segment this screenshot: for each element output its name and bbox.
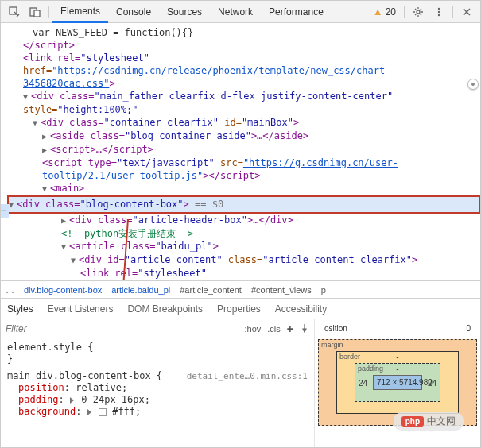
warning-count: 20 bbox=[386, 6, 396, 17]
subtab-dom-breakpoints[interactable]: DOM Breakpoints bbox=[127, 303, 203, 315]
svg-point-6 bbox=[438, 14, 440, 15]
hov-button[interactable]: :hov bbox=[245, 324, 262, 334]
position-label: osition bbox=[324, 324, 347, 333]
watermark-badge: php bbox=[401, 416, 424, 427]
rule-selector[interactable]: main div.blog-content-box { bbox=[7, 370, 162, 381]
inspect-icon[interactable] bbox=[5, 2, 24, 21]
separator bbox=[452, 6, 453, 18]
cls-button[interactable]: .cls bbox=[267, 324, 281, 334]
crumb-item[interactable]: div.blog-content-box bbox=[24, 285, 102, 295]
chevron-down-icon[interactable]: ▼ bbox=[33, 117, 41, 129]
css-property[interactable]: background bbox=[18, 406, 76, 417]
border-label: border bbox=[339, 353, 360, 361]
chevron-down-icon[interactable]: ▼ bbox=[71, 254, 79, 267]
color-swatch[interactable] bbox=[99, 408, 107, 416]
watermark: php 中文网 bbox=[394, 412, 464, 431]
dom-line[interactable]: var NEWS_FEED = function(){} bbox=[7, 26, 480, 39]
margin-label: margin bbox=[321, 341, 343, 349]
close-icon[interactable] bbox=[457, 2, 476, 21]
crumb-item[interactable]: … bbox=[6, 285, 14, 295]
dom-line[interactable]: </script> bbox=[7, 39, 480, 52]
more-icon[interactable] bbox=[429, 2, 448, 21]
sub-tabs: Styles Event Listeners DOM Breakpoints P… bbox=[1, 299, 480, 319]
rule-selector[interactable]: element.style { bbox=[7, 342, 308, 353]
crumb-item[interactable]: #content_views bbox=[251, 285, 312, 295]
crumb-item[interactable]: p bbox=[321, 285, 326, 295]
subtab-styles[interactable]: Styles bbox=[7, 303, 33, 315]
svg-point-3 bbox=[417, 10, 420, 14]
add-rule-button[interactable]: + bbox=[287, 322, 293, 335]
warning-icon: ▲ bbox=[373, 6, 383, 17]
chevron-right-icon[interactable]: ▶ bbox=[61, 214, 69, 227]
tab-performance[interactable]: Performance bbox=[261, 2, 332, 22]
css-property[interactable]: position bbox=[18, 382, 64, 393]
dom-line[interactable]: ▼<article class="baidu_pl"> bbox=[7, 240, 480, 253]
dom-line[interactable]: ▼<main> bbox=[7, 182, 480, 195]
chevron-right-icon[interactable]: ▶ bbox=[42, 144, 50, 156]
gutter-dots: ⋯ bbox=[1, 204, 6, 217]
position-value: 0 bbox=[466, 324, 471, 333]
dom-line[interactable]: <!--python安装手册结束--> bbox=[7, 227, 480, 240]
expand-icon[interactable] bbox=[87, 409, 91, 415]
padding-label: padding bbox=[358, 365, 383, 373]
rule-close: } bbox=[7, 353, 308, 365]
svg-rect-2 bbox=[34, 10, 40, 17]
separator bbox=[404, 6, 405, 18]
gear-icon[interactable] bbox=[409, 2, 428, 21]
crumb-item[interactable]: #article_content bbox=[180, 285, 242, 295]
svg-point-5 bbox=[438, 10, 440, 12]
tab-console[interactable]: Console bbox=[108, 2, 159, 22]
dom-line[interactable]: <link rel="stylesheet" href="https://csd… bbox=[7, 267, 480, 280]
subtab-accessibility[interactable]: Accessibility bbox=[275, 303, 327, 315]
chevron-down-icon[interactable]: ▼ bbox=[23, 91, 31, 103]
chevron-right-icon[interactable]: ▶ bbox=[42, 130, 50, 143]
chevron-down-icon[interactable]: ▼ bbox=[61, 241, 69, 253]
filter-bar: :hov .cls + bbox=[1, 319, 314, 338]
watermark-text: 中文网 bbox=[427, 415, 456, 428]
separator bbox=[48, 6, 49, 18]
dom-line[interactable]: ▼<div class="container clearfix" id="mai… bbox=[7, 116, 480, 129]
dom-line[interactable]: ▶<script>…</script> bbox=[7, 143, 480, 156]
subtab-properties[interactable]: Properties bbox=[217, 303, 261, 315]
tab-elements[interactable]: Elements bbox=[52, 1, 108, 23]
tab-network[interactable]: Network bbox=[210, 2, 261, 22]
css-rules[interactable]: element.style { } main div.blog-content-… bbox=[1, 338, 314, 421]
dom-selected-row[interactable]: ▼<div class="blog-content-box"> == $0 bbox=[7, 195, 480, 214]
breadcrumb: … div.blog-content-box article.baidu_pl … bbox=[1, 280, 480, 298]
crumb-item[interactable]: article.baidu_pl bbox=[111, 285, 170, 295]
dom-line[interactable]: <link rel="stylesheet" href="https://csd… bbox=[7, 52, 480, 90]
dom-line[interactable]: ▼<div class="main_father clearfix d-flex… bbox=[7, 90, 480, 116]
chevron-down-icon[interactable]: ▼ bbox=[9, 199, 17, 211]
dom-line[interactable]: <script type="text/javascript" src="http… bbox=[7, 156, 480, 182]
css-property[interactable]: padding bbox=[18, 394, 59, 405]
pin-icon[interactable] bbox=[300, 323, 309, 334]
scroll-indicator[interactable] bbox=[467, 79, 479, 90]
subtab-event-listeners[interactable]: Event Listeners bbox=[48, 303, 114, 315]
warnings-badge[interactable]: ▲20 bbox=[368, 6, 401, 17]
dom-tree[interactable]: var NEWS_FEED = function(){} </script> <… bbox=[1, 23, 480, 280]
chevron-down-icon[interactable]: ▼ bbox=[42, 183, 50, 195]
dom-line[interactable]: ▶<aside class="blog_container_aside">…</… bbox=[7, 129, 480, 143]
rule-source-link[interactable]: detail_ente…0.min.css:1 bbox=[187, 370, 308, 382]
dom-line[interactable]: ▶<div class="article-header-box">…</div> bbox=[7, 214, 480, 227]
expand-icon[interactable] bbox=[70, 397, 74, 404]
device-icon[interactable] bbox=[25, 2, 45, 21]
content-size: 712 × 5714.980 bbox=[373, 375, 422, 390]
dom-line[interactable]: ▼<div id="article_content" class="articl… bbox=[7, 253, 480, 267]
tab-sources[interactable]: Sources bbox=[159, 2, 210, 22]
svg-point-4 bbox=[438, 7, 440, 9]
devtools-toolbar: Elements Console Sources Network Perform… bbox=[1, 1, 480, 23]
styles-pane: :hov .cls + element.style { } main div.b… bbox=[1, 319, 315, 447]
filter-input[interactable] bbox=[6, 323, 245, 334]
